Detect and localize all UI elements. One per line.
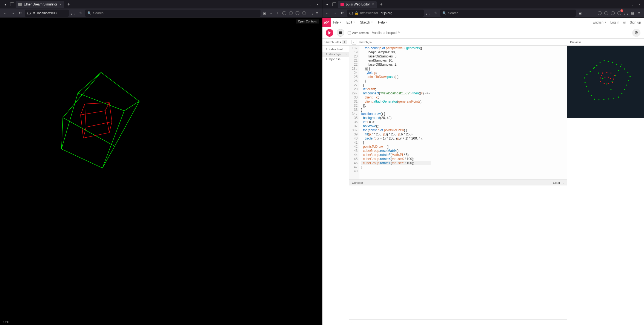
- new-tab-button[interactable]: +: [378, 2, 384, 7]
- back-button[interactable]: ←: [324, 10, 331, 16]
- play-button[interactable]: [326, 29, 333, 37]
- svg-point-62: [608, 83, 609, 84]
- url-host: p5js.org: [380, 11, 392, 15]
- menu-file[interactable]: File▼: [333, 21, 342, 24]
- ext-icon-a[interactable]: [597, 10, 603, 16]
- hamburger-icon[interactable]: ≡: [314, 10, 320, 16]
- browser-tab[interactable]: p5.js Web Editor ×: [338, 1, 377, 8]
- chevron-down-icon[interactable]: ⌄: [562, 181, 564, 184]
- svg-point-36: [585, 82, 586, 83]
- ext-icon-d[interactable]: [616, 10, 622, 16]
- ext-icon-5[interactable]: [301, 10, 307, 16]
- menu-sketch[interactable]: Sketch▼: [360, 21, 373, 24]
- ext-icon-b[interactable]: [603, 10, 609, 16]
- auto-refresh-toggle[interactable]: Auto-refresh: [348, 31, 369, 34]
- file-item[interactable]: 🗎sketch.js▾: [322, 52, 349, 57]
- qr-icon[interactable]: ⋮⋮: [425, 10, 431, 16]
- ext-icon-4[interactable]: [294, 10, 300, 16]
- svg-point-42: [596, 65, 597, 66]
- bookmark-icon[interactable]: ☆: [78, 10, 84, 16]
- ext-icon-3[interactable]: [288, 10, 294, 16]
- checkbox-icon[interactable]: [348, 31, 351, 34]
- svg-point-14: [612, 62, 613, 63]
- window-icon: [10, 2, 14, 6]
- lock-icon: 🔒: [354, 11, 359, 15]
- file-sidebar: Sketch Files + 🗎index.html🗎sketch.js▾🗎st…: [322, 39, 349, 325]
- ext-icon-f[interactable]: ▦: [629, 10, 636, 16]
- signup-link[interactable]: Sign up: [630, 21, 641, 24]
- simulator-canvas[interactable]: [22, 40, 166, 184]
- ext-icon-2[interactable]: [281, 10, 287, 16]
- tabs-dropdown-icon[interactable]: ⌄: [629, 2, 635, 7]
- code-editor[interactable]: 18 ▸1920212223 ▸242526272829 ▸3031323334…: [349, 46, 567, 179]
- chevron-right-icon[interactable]: ›: [351, 320, 353, 324]
- editor-tab[interactable]: sketch.js•: [359, 40, 372, 44]
- console-label: Console: [352, 181, 363, 184]
- window-menu-icon[interactable]: ▾: [2, 1, 8, 8]
- window-menu-icon[interactable]: ▾: [324, 1, 331, 8]
- menu-help[interactable]: Help▼: [378, 21, 388, 24]
- forward-button[interactable]: →: [10, 10, 16, 16]
- svg-point-17: [624, 68, 625, 69]
- play-icon: [328, 31, 331, 34]
- reader-icon[interactable]: ▣: [577, 10, 583, 16]
- qr-icon[interactable]: ⋮⋮: [70, 10, 76, 16]
- sketch-name[interactable]: Vanilla arthropod ✎: [372, 31, 400, 35]
- close-window-icon[interactable]: ×: [637, 2, 642, 7]
- file-item[interactable]: 🗎index.html: [322, 47, 349, 52]
- tabs-dropdown-icon[interactable]: ⌄: [307, 2, 313, 7]
- shield-icon: ◯: [27, 11, 31, 15]
- pocket-icon[interactable]: ⌄: [268, 10, 274, 16]
- editor-area: ‹ sketch.js• 18 ▸1920212223 ▸24252627282…: [349, 39, 567, 325]
- svg-point-56: [610, 72, 611, 74]
- close-tab-icon[interactable]: ×: [59, 2, 61, 6]
- console-clear[interactable]: Clear: [553, 181, 560, 184]
- menu-edit[interactable]: Edit▼: [347, 21, 355, 24]
- preview-canvas[interactable]: [567, 46, 644, 118]
- search-placeholder: Search: [448, 11, 459, 15]
- hamburger-icon[interactable]: ≡: [636, 10, 642, 16]
- console-body[interactable]: [349, 185, 567, 319]
- svg-point-39: [586, 74, 588, 75]
- back-button[interactable]: ←: [2, 10, 8, 16]
- pocket-icon[interactable]: ⌄: [583, 10, 589, 16]
- ext-icon-1[interactable]: ▣: [262, 10, 268, 16]
- login-link[interactable]: Log in: [610, 21, 619, 24]
- reload-button[interactable]: ⟳: [17, 10, 24, 16]
- settings-button[interactable]: ⚙: [632, 29, 640, 37]
- svg-line-4: [102, 146, 115, 168]
- url-bar[interactable]: ◯ 🗎 localhost:8080: [25, 10, 69, 17]
- stop-button[interactable]: [337, 29, 344, 37]
- file-item[interactable]: 🗎style.css: [322, 57, 349, 62]
- p5-logo[interactable]: p5*: [322, 18, 331, 27]
- forward-button[interactable]: →: [332, 10, 338, 16]
- gear-icon: ⚙: [634, 30, 638, 35]
- close-window-icon[interactable]: ×: [315, 2, 320, 7]
- collapse-sidebar-button[interactable]: ‹: [351, 40, 356, 45]
- svg-point-33: [591, 95, 592, 96]
- open-controls-button[interactable]: Open Controls: [296, 19, 319, 24]
- ext-icon-6[interactable]: ⋮⋮: [308, 10, 314, 16]
- add-file-button[interactable]: +: [342, 40, 347, 44]
- ext-icon-e[interactable]: ⋮⋮: [623, 10, 629, 16]
- new-tab-button[interactable]: +: [66, 2, 71, 7]
- svg-marker-7: [81, 111, 109, 138]
- console-header[interactable]: Console Clear⌄: [349, 179, 567, 185]
- ext-icon-c[interactable]: [610, 10, 616, 16]
- svg-point-50: [621, 64, 622, 65]
- chevron-down-icon[interactable]: ▾: [345, 53, 347, 56]
- svg-point-21: [628, 80, 629, 81]
- search-bar[interactable]: 🔍 Search: [440, 10, 576, 17]
- search-bar[interactable]: 🔍 Search: [85, 10, 261, 17]
- downloads-icon[interactable]: ↓: [590, 10, 596, 16]
- bookmark-icon[interactable]: ☆: [433, 10, 439, 16]
- language-select[interactable]: English▼: [593, 21, 606, 24]
- url-bar[interactable]: ◯ 🔒 https://editor.p5js.org: [347, 10, 424, 17]
- close-tab-icon[interactable]: ×: [372, 2, 374, 6]
- downloads-icon[interactable]: ↓: [275, 10, 281, 16]
- browser-tab[interactable]: Ether Dream Simulator ×: [16, 1, 64, 8]
- p5-toolbar: Auto-refresh Vanilla arthropod ✎ ⚙: [322, 27, 644, 39]
- left-browser-window: ▾ Ether Dream Simulator × + ⌄ × ← → ⟳ ◯ …: [0, 0, 322, 325]
- pencil-icon[interactable]: ✎: [398, 31, 400, 34]
- reload-button[interactable]: ⟳: [339, 10, 346, 16]
